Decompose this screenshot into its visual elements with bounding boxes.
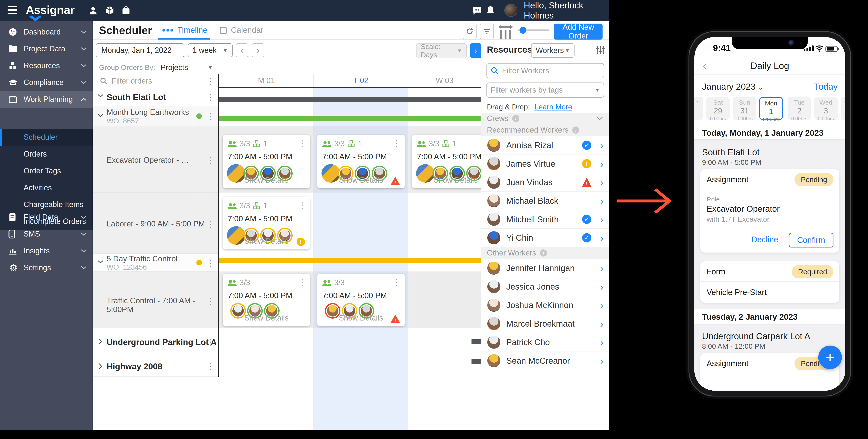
- column-header-tue-today[interactable]: T 02: [313, 74, 408, 87]
- order-row[interactable]: Month Long Earthworks WO: 8657 ⋮: [93, 106, 219, 126]
- chevron-down-icon[interactable]: [97, 94, 104, 98]
- chevron-right-icon[interactable]: ›: [600, 177, 603, 188]
- confirm-button[interactable]: Confirm: [789, 233, 833, 247]
- order-group-row[interactable]: South Elati Lot ⋮: [93, 88, 219, 106]
- worker-row[interactable]: Mitchell Smith ✓ ›: [482, 210, 609, 229]
- chevron-right-icon[interactable]: ›: [600, 318, 603, 330]
- kebab-menu-icon[interactable]: ⋮: [206, 338, 214, 346]
- kebab-menu-icon[interactable]: ⋮: [298, 201, 306, 210]
- chevron-right-icon[interactable]: ›: [600, 337, 603, 348]
- chevron-right-icon[interactable]: ›: [600, 214, 603, 225]
- shift-card[interactable]: 3/3 ⋮ 7:00 AM - 5:00 PM Show Details !: [317, 274, 405, 326]
- sidebar-item-settings[interactable]: ⚙ Settings: [0, 259, 93, 276]
- next-period-button[interactable]: ›: [252, 43, 264, 57]
- worker-row[interactable]: Marcel Broekmaat ›: [482, 314, 609, 333]
- sidebar-item-order-tags[interactable]: Order Tags: [0, 163, 93, 179]
- collapse-panel-button[interactable]: ›: [470, 43, 481, 58]
- order-row[interactable]: 5 Day Traffic Control WO: 123456 ⋮: [93, 254, 219, 271]
- kebab-menu-icon[interactable]: ⋮: [393, 278, 401, 286]
- assignar-logo[interactable]: Assignar: [26, 3, 74, 16]
- group-orders-by[interactable]: Group Orders By: Projects ▼: [93, 61, 219, 74]
- crews-section[interactable]: Crews i: [482, 113, 609, 124]
- chevron-right-icon[interactable]: ›: [600, 263, 603, 274]
- worker-row[interactable]: Jennifer Hannigan ›: [482, 259, 609, 277]
- sidebar-item-sms[interactable]: SMS: [0, 226, 93, 242]
- filter-button[interactable]: [480, 24, 494, 39]
- shift-card[interactable]: 3/31 ⋮ 7:00 AM - 5:00 PM Show Details !: [223, 197, 310, 249]
- kebab-menu-icon[interactable]: ⋮: [206, 156, 214, 165]
- show-details-link[interactable]: Show Details: [412, 176, 481, 184]
- sidebar-item-project-data[interactable]: Project Data: [0, 40, 93, 57]
- show-details-link[interactable]: Show Details: [223, 176, 310, 184]
- kebab-menu-icon[interactable]: ⋮: [206, 112, 214, 121]
- sidebar-item-activities[interactable]: Actvities: [0, 179, 93, 196]
- chevron-right-icon[interactable]: ›: [600, 281, 603, 293]
- worker-row[interactable]: Michael Black ›: [482, 192, 609, 210]
- sidebar-item-scheduler[interactable]: Scheduler: [0, 129, 93, 146]
- learn-more-link[interactable]: Learn More: [534, 103, 572, 111]
- filter-workers-input[interactable]: Filter Workers: [487, 63, 604, 78]
- filter-tags-select[interactable]: Filter workers by tags ▼: [487, 82, 604, 98]
- scale-select[interactable]: Scale: Days▼: [416, 43, 467, 58]
- shift-card[interactable]: 3/31 ⋮ 7:00 AM - 5:00 PM Show Details !: [412, 135, 481, 188]
- worker-row[interactable]: Sean McCreanor ›: [482, 351, 609, 370]
- role-row[interactable]: Traffic Control - 7:00 AM - 5:00PM ⋮: [93, 271, 219, 328]
- shift-card[interactable]: 3/31 ⋮ 7:00 AM - 5:00 PM Show Details: [223, 135, 310, 188]
- day-chip-sun-31[interactable]: Sun310:00hrs: [733, 97, 756, 120]
- sidebar-item-field-data[interactable]: Field Data: [0, 209, 93, 226]
- order-group-row[interactable]: Highway 2008 ⋮: [93, 356, 219, 377]
- chevron-down-icon[interactable]: [97, 113, 104, 117]
- kebab-menu-icon[interactable]: ⋮: [206, 297, 214, 305]
- date-input[interactable]: Monday, Jan 1, 2022: [96, 43, 184, 57]
- kebab-menu-icon[interactable]: ⋮: [206, 93, 214, 101]
- chevron-right-icon[interactable]: ›: [600, 232, 603, 244]
- kebab-menu-icon[interactable]: ⋮: [298, 139, 306, 148]
- worker-row[interactable]: Patrick Cho ›: [482, 333, 609, 351]
- zoom-slider-thumb[interactable]: [520, 27, 526, 34]
- worker-row[interactable]: James Virtue ! ›: [482, 155, 609, 173]
- kebab-menu-icon[interactable]: ⋮: [298, 278, 306, 286]
- sidebar-item-dashboard[interactable]: Dashboard: [0, 24, 93, 40]
- kebab-menu-icon[interactable]: ⋮: [206, 77, 214, 85]
- kebab-menu-icon[interactable]: ⋮: [206, 220, 214, 228]
- chevron-right-icon[interactable]: ›: [600, 158, 603, 170]
- user-icon[interactable]: [89, 6, 98, 15]
- chevron-down-icon[interactable]: [97, 260, 104, 264]
- shift-card[interactable]: 3/31 ⋮ 7:00 AM - 5:00 PM Show Details !: [317, 135, 405, 188]
- hamburger-menu-icon[interactable]: [8, 6, 17, 16]
- worker-row[interactable]: Joshua McKinnon ›: [482, 296, 609, 314]
- worker-row[interactable]: Yi Chin ✓ ›: [482, 229, 609, 247]
- range-select[interactable]: 1 week▼: [188, 43, 232, 57]
- column-width-icon[interactable]: [498, 25, 514, 39]
- resource-type-select[interactable]: Workers▼: [531, 43, 575, 58]
- day-chip-sat-29[interactable]: Sat290:00hrs: [706, 97, 730, 120]
- day-chip-tue-2[interactable]: Tue20:00hrs: [787, 97, 811, 120]
- gantt-bar-south-elati[interactable]: [219, 97, 481, 102]
- sidebar-item-work-planning[interactable]: Work Planning: [0, 91, 93, 108]
- day-chip-mon-1-selected[interactable]: Mon10:00hrs: [759, 97, 783, 120]
- form-item[interactable]: Vehicle Pre-Start: [707, 288, 767, 297]
- worker-row[interactable]: Juan Vindas ! ›: [482, 173, 609, 192]
- chat-icon[interactable]: [472, 6, 482, 15]
- order-group-row[interactable]: Underground Parking Lot A ⋮: [93, 328, 219, 356]
- day-chip-partial[interactable]: 0:00hrs: [694, 97, 703, 120]
- kebab-menu-icon[interactable]: ⋮: [206, 259, 214, 267]
- gantt-bar-highway-2008[interactable]: [471, 359, 481, 364]
- gantt-bar-5day-traffic-control[interactable]: [219, 258, 481, 263]
- sidebar-item-orders[interactable]: Orders: [0, 146, 93, 163]
- tab-calendar[interactable]: Calendar: [219, 21, 264, 39]
- role-row[interactable]: Laborer - 9:00 AM - 5:00 PM ⋮: [93, 193, 219, 254]
- column-header-mon[interactable]: M 01: [219, 74, 314, 87]
- chevron-right-icon[interactable]: ›: [600, 300, 603, 311]
- sidebar-item-insights[interactable]: Insights: [0, 242, 93, 259]
- today-link[interactable]: Today: [814, 82, 838, 92]
- notifications-bell-icon[interactable]: [486, 5, 495, 15]
- chevron-right-icon[interactable]: ›: [600, 195, 603, 207]
- decline-button[interactable]: Decline: [751, 235, 778, 244]
- panel-settings-icon[interactable]: [595, 45, 605, 55]
- worker-row[interactable]: Jessica Jones ›: [482, 277, 609, 296]
- prev-period-button[interactable]: ‹: [236, 43, 248, 57]
- shift-card[interactable]: 3/3 ⋮ 7:00 AM - 5:00 PM Show Details: [223, 274, 310, 326]
- add-new-order-button[interactable]: Add New Order: [554, 24, 602, 40]
- chevron-down-icon[interactable]: [597, 116, 603, 121]
